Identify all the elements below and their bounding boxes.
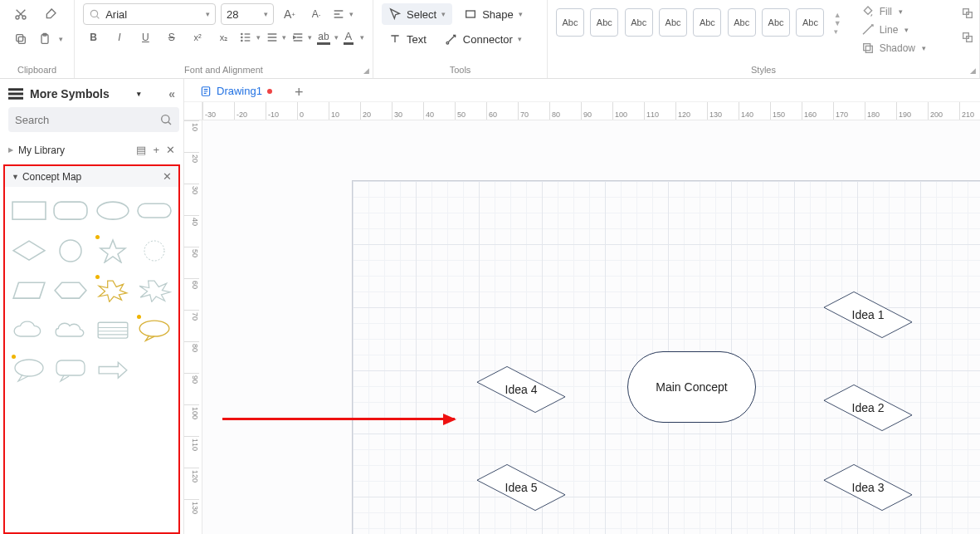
unsaved-indicator-icon [267, 89, 272, 94]
svg-rect-12 [863, 44, 870, 51]
font-size-select[interactable]: 28 ▾ [221, 3, 274, 25]
subscript-icon[interactable]: x₂ [213, 28, 234, 47]
shape-explosion[interactable] [135, 277, 173, 305]
style-swatch-7[interactable]: Abc [762, 8, 790, 37]
shape-card[interactable] [94, 316, 132, 345]
symbol-search-input[interactable] [15, 114, 154, 126]
cut-icon[interactable] [8, 3, 33, 25]
font-family-value: Arial [105, 8, 201, 21]
styles-label: Styles [556, 63, 971, 76]
shape-burst[interactable] [135, 237, 173, 265]
shape-hexagon[interactable] [51, 277, 90, 305]
lib-close-icon[interactable]: ✕ [166, 144, 175, 156]
add-tab-button[interactable]: + [288, 84, 310, 101]
shape-starburst-yellow[interactable] [94, 277, 132, 305]
ribbon: ▾ Clipboard Arial ▾ 28 ▾ A+ A- [0, 0, 980, 79]
style-swatch-5[interactable]: Abc [693, 8, 721, 37]
shape-ellipse[interactable] [94, 197, 132, 225]
style-swatch-3[interactable]: Abc [625, 8, 653, 37]
format-painter-icon[interactable] [38, 3, 63, 25]
copy-icon[interactable] [8, 28, 33, 50]
dialog-launcher-icon[interactable]: ◢ [363, 66, 369, 75]
font-label: Font and Alignment [83, 63, 364, 76]
node-idea4[interactable]: Idea 4 [480, 368, 563, 411]
gallery-more-icon[interactable]: ▾ [834, 27, 841, 36]
svg-rect-40 [56, 360, 85, 375]
shape-cloud2[interactable] [51, 316, 90, 345]
my-library-row[interactable]: ▶ My Library ▤ + ✕ [0, 139, 183, 161]
search-icon[interactable] [159, 113, 173, 126]
style-gallery[interactable]: Abc Abc Abc Abc Abc Abc Abc Abc ▲ ▼ ▾ [556, 3, 841, 37]
shape-parallelogram[interactable] [10, 277, 48, 305]
style-swatch-8[interactable]: Abc [796, 8, 824, 37]
lib-add-icon[interactable]: + [153, 144, 159, 156]
italic-icon[interactable]: I [109, 28, 129, 47]
style-swatch-1[interactable]: Abc [556, 8, 584, 37]
fill-dropdown[interactable]: Fill▾ [861, 3, 926, 20]
node-idea3[interactable]: Idea 3 [826, 466, 909, 509]
shape-tool[interactable]: Shape▾ [457, 3, 529, 25]
bring-front-icon[interactable] [961, 7, 974, 22]
strike-icon[interactable]: S [161, 28, 182, 47]
ribbon-group-styles: Abc Abc Abc Abc Abc Abc Abc Abc ▲ ▼ ▾ Fi… [548, 0, 980, 78]
svg-rect-3 [17, 35, 23, 42]
shape-speech-oval[interactable] [10, 356, 48, 385]
lib-grid-icon[interactable]: ▤ [136, 144, 146, 156]
ruler-vertical: 102030405060708090100110120130 [184, 120, 202, 534]
node-idea5[interactable]: Idea 5 [480, 466, 563, 509]
align-icon[interactable]: ▾ [332, 5, 353, 23]
node-idea2[interactable]: Idea 2 [826, 386, 909, 429]
line-spacing-icon[interactable]: ▾ [266, 28, 286, 47]
tools-label: Tools [382, 63, 539, 76]
underline-icon[interactable]: U [135, 28, 156, 47]
symbol-search[interactable] [8, 107, 179, 132]
text-tool[interactable]: Text [382, 28, 433, 50]
shape-speech-rect[interactable] [51, 356, 90, 385]
shape-arrow-right[interactable] [94, 356, 132, 385]
superscript-icon[interactable]: x² [187, 28, 207, 47]
category-header[interactable]: ▼ Concept Map ✕ [5, 166, 178, 187]
drawing-surface[interactable]: Main Concept Idea 4 Idea 5 Idea 1 Idea 2… [202, 120, 980, 534]
collapse-left-icon[interactable]: « [168, 87, 175, 100]
shape-diamond[interactable] [10, 237, 48, 265]
gallery-up-icon[interactable]: ▲ [834, 11, 841, 19]
style-swatch-4[interactable]: Abc [659, 8, 687, 37]
send-back-icon[interactable] [961, 31, 974, 47]
style-swatch-6[interactable]: Abc [728, 8, 756, 37]
shape-capsule[interactable] [135, 197, 173, 225]
highlight-icon[interactable]: ab▾ [317, 28, 338, 47]
node-main-concept[interactable]: Main Concept [627, 351, 756, 423]
shape-cloud[interactable] [10, 316, 48, 345]
line-dropdown[interactable]: Line▾ [861, 22, 926, 38]
style-swatch-2[interactable]: Abc [590, 8, 618, 37]
paste-icon[interactable]: ▾ [38, 28, 63, 50]
increase-font-icon[interactable]: A+ [279, 5, 300, 23]
shape-rectangle[interactable] [10, 197, 48, 225]
shape-circle[interactable] [51, 237, 90, 265]
more-symbols-button[interactable]: More Symbols▾ « [0, 79, 183, 107]
bold-icon[interactable]: B [83, 28, 104, 47]
indent-icon[interactable]: ▾ [291, 28, 312, 47]
svg-marker-26 [13, 241, 45, 260]
ribbon-group-font: Arial ▾ 28 ▾ A+ A- ▾ B I U S x² x₂ [75, 0, 373, 78]
select-tool[interactable]: Select▾ [382, 3, 452, 25]
dialog-launcher-styles-icon[interactable]: ◢ [970, 66, 976, 75]
category-close-icon[interactable]: ✕ [163, 170, 172, 183]
shape-star[interactable] [94, 237, 132, 265]
svg-point-1 [22, 16, 26, 19]
node-idea1[interactable]: Idea 1 [826, 293, 909, 336]
svg-point-24 [97, 202, 129, 219]
gallery-down-icon[interactable]: ▼ [834, 19, 841, 27]
decrease-font-icon[interactable]: A- [305, 5, 327, 23]
connector-tool[interactable]: Connector▾ [438, 28, 529, 50]
shadow-dropdown[interactable]: Shadow▾ [861, 40, 926, 56]
svg-point-29 [144, 241, 164, 261]
bullet-list-icon[interactable]: ▾ [239, 28, 260, 47]
svg-marker-28 [100, 240, 125, 262]
tab-drawing1[interactable]: Drawing1 [191, 80, 281, 101]
font-color-icon[interactable]: A▾ [344, 28, 364, 47]
shape-speech-yellow[interactable] [135, 316, 173, 345]
shape-empty [135, 356, 173, 385]
shape-roundrect[interactable] [51, 197, 90, 225]
font-family-select[interactable]: Arial ▾ [83, 3, 216, 25]
